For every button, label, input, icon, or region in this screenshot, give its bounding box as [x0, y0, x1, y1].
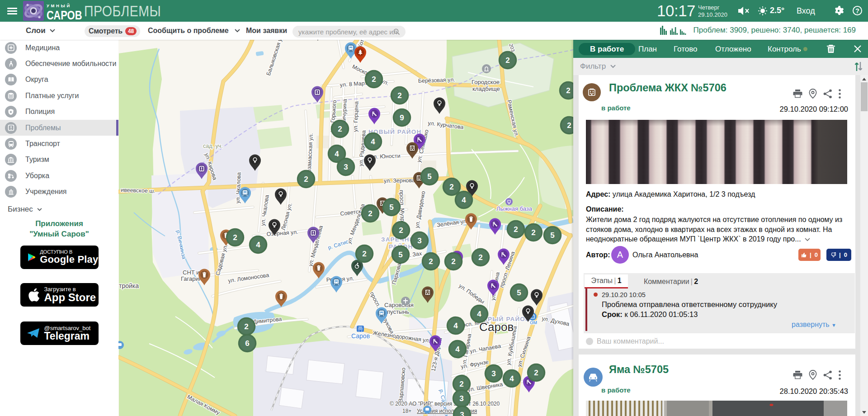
svg-text:ивеевское ш.: ивеевское ш.: [121, 187, 156, 194]
svg-text:5: 5: [427, 172, 431, 181]
svg-text:2: 2: [459, 380, 463, 388]
svg-text:2: 2: [397, 91, 401, 100]
svg-text:2: 2: [531, 228, 535, 237]
svg-text:4: 4: [477, 310, 481, 318]
svg-text:2: 2: [514, 225, 518, 234]
svg-text:2: 2: [372, 75, 376, 84]
svg-text:сад. уч.: сад. уч.: [203, 143, 223, 149]
svg-text:2: 2: [304, 175, 308, 184]
svg-text:Берёзовая ул.: Берёзовая ул.: [418, 76, 455, 84]
svg-text:4: 4: [462, 196, 466, 204]
svg-text:2: 2: [244, 322, 248, 331]
svg-text:5: 5: [550, 231, 554, 240]
svg-text:4: 4: [509, 374, 514, 383]
svg-text:6: 6: [245, 339, 249, 348]
svg-text:2: 2: [368, 209, 372, 218]
svg-text:5: 5: [398, 251, 402, 259]
svg-text:Лыжная база: Лыжная база: [496, 205, 533, 212]
svg-text:Городское: Городское: [472, 79, 500, 85]
svg-text:18+: 18+: [402, 408, 411, 414]
svg-text:2: 2: [566, 86, 570, 95]
svg-text:4: 4: [335, 150, 339, 158]
svg-text:5: 5: [389, 203, 393, 212]
svg-text:3: 3: [491, 369, 495, 378]
svg-text:ом: ом: [530, 319, 537, 326]
svg-text:4: 4: [371, 137, 375, 146]
svg-text:9: 9: [400, 113, 404, 122]
svg-text:ул. Чкалова: ул. Чкалова: [235, 172, 242, 204]
svg-text:5: 5: [517, 288, 521, 297]
svg-text:ул. Зернова: ул. Зернова: [384, 177, 415, 184]
svg-text:2: 2: [478, 253, 482, 262]
svg-text:2: 2: [505, 56, 509, 65]
svg-text:2: 2: [399, 226, 403, 235]
svg-text:2: 2: [362, 250, 366, 258]
svg-text:пустынь: пустынь: [387, 308, 409, 315]
svg-text:Саров: Саров: [479, 320, 514, 334]
svg-text:2: 2: [429, 257, 433, 266]
svg-text:2: 2: [233, 233, 237, 242]
svg-text:3: 3: [344, 163, 348, 171]
svg-text:2: 2: [451, 257, 455, 266]
svg-text:3: 3: [459, 394, 463, 403]
svg-text:Саров: Саров: [351, 332, 370, 340]
svg-text:4: 4: [453, 321, 458, 330]
svg-text:кладбище: кладбище: [472, 85, 500, 92]
svg-text:© 2020 АО "РИР" версия 3.72 от: © 2020 АО "РИР" версия 3.72 от 26.10.202…: [390, 401, 500, 407]
svg-text:тройка: тройка: [119, 282, 139, 289]
svg-text:4: 4: [455, 345, 460, 354]
svg-text:2: 2: [449, 183, 453, 191]
svg-text:4: 4: [256, 241, 260, 249]
svg-text:2: 2: [534, 369, 538, 377]
svg-text:2: 2: [567, 121, 571, 130]
svg-text:3: 3: [460, 411, 464, 416]
svg-text:2: 2: [338, 125, 342, 133]
svg-text:ул. Герцена: ул. Герцена: [352, 101, 359, 132]
svg-text:3: 3: [417, 236, 421, 245]
